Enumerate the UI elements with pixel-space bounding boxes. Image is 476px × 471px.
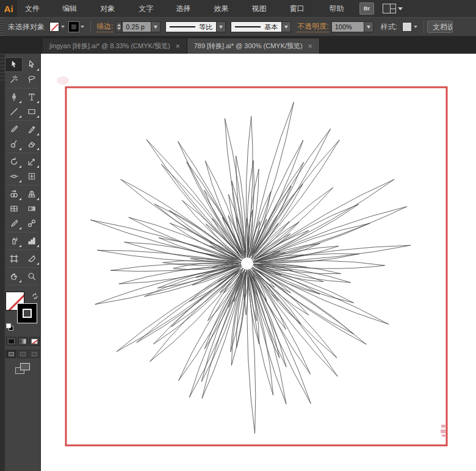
opacity-dropdown-button[interactable] [364,21,373,32]
paintbrush-tool[interactable] [5,122,23,137]
step-down-icon [117,27,121,30]
chevron-down-icon [81,26,84,28]
document-canvas[interactable] [41,54,476,471]
stroke-weight-input[interactable]: 0.25 p [122,21,151,32]
gradient-tool[interactable] [23,201,40,216]
blend-tool[interactable] [23,216,40,231]
workspace-layout-icon [383,4,396,13]
type-tool[interactable] [23,90,40,104]
color-button[interactable] [6,337,16,346]
workspace-switcher[interactable] [383,4,403,13]
rotate-tool[interactable] [5,154,23,169]
swap-fill-stroke-icon[interactable] [32,291,38,302]
line-segment-tool[interactable] [5,104,23,119]
draw-normal-button[interactable] [5,350,16,358]
width-profile-dropdown-button[interactable] [217,21,226,32]
menu-item-0[interactable]: 文件(F) [17,0,54,17]
tool-group-divider [7,285,38,286]
change-screen-mode-button[interactable] [15,363,30,374]
menu-item-1[interactable]: 编辑(E) [54,0,92,17]
draw-behind-button[interactable] [17,350,28,358]
none-button[interactable] [29,337,40,346]
stroke-swatch-hole [23,309,32,318]
symbol-sprayer-tool[interactable] [5,234,23,248]
eraser-tool[interactable] [23,137,40,151]
lasso-tool-icon [27,74,37,84]
width-tool[interactable] [5,169,23,184]
hand-tool-icon [9,271,19,281]
tools-panel [5,54,41,471]
color-swatch-icon [8,339,15,344]
document-setup-button[interactable]: 文档设置 [427,21,453,33]
free-transform-tool[interactable] [23,169,40,184]
stroke-panel-link[interactable]: 描边: [96,21,113,32]
line-segment-tool-icon [9,107,19,117]
rectangle-tool[interactable] [23,104,40,119]
bridge-button[interactable]: Br [359,2,374,15]
pencil-tool[interactable] [23,122,40,137]
tab-close-icon[interactable]: × [308,42,312,51]
stroke-weight-stepper[interactable] [115,21,122,32]
type-tool-icon [27,92,37,102]
width-profile-dropdown[interactable]: 等比 [165,21,217,32]
column-graph-tool[interactable] [23,234,40,248]
menu-item-3[interactable]: 文字(T) [131,0,168,17]
panel-dock-strip[interactable] [0,54,5,471]
blob-brush-tool-icon [9,139,19,149]
direct-selection-tool[interactable] [23,57,40,72]
default-fill-stroke-icon[interactable] [6,322,13,333]
draw-inside-icon [32,352,37,356]
menu-item-7[interactable]: 窗口(W) [282,0,322,17]
slice-tool-icon [27,254,37,264]
slice-tool[interactable] [23,251,40,266]
style-label: 样式: [381,22,397,32]
document-tab-1[interactable]: 789 [转换].ai* @ 300% (CMYK/预览)× [187,38,320,54]
rotate-tool-icon [9,157,19,167]
eyedropper-tool-icon [9,218,19,228]
blob-brush-tool[interactable] [5,137,23,151]
gradient-button[interactable] [18,337,28,346]
brush-definition-value: 基本 [264,23,278,32]
uniform-profile-icon [170,26,195,27]
brush-definition-dropdown[interactable]: 基本 [231,21,282,32]
selection-tool[interactable] [5,57,23,72]
none-swatch-icon [31,339,38,344]
scale-tool[interactable] [23,154,40,169]
brush-definition-dropdown-button[interactable] [282,21,291,32]
mesh-tool[interactable] [5,201,23,216]
hand-tool[interactable] [5,269,23,284]
menu-item-8[interactable]: 帮助(H) [322,0,359,17]
divider [424,20,424,34]
stroke-color-control[interactable] [69,22,86,32]
opacity-panel-link[interactable]: 不透明度: [297,21,328,32]
eyedropper-tool[interactable] [5,216,23,231]
style-dropdown[interactable] [402,22,419,32]
draw-inside-button[interactable] [29,350,40,358]
pencil-tool-icon [27,124,37,134]
menu-item-5[interactable]: 效果(C) [206,0,243,17]
draw-normal-icon [9,352,14,356]
shape-builder-tool[interactable] [5,187,23,201]
perspective-grid-tool-icon [27,189,37,199]
fill-color-control[interactable] [49,22,67,32]
menu-item-2[interactable]: 对象(O) [92,0,131,17]
perspective-grid-tool[interactable] [23,187,40,201]
symbol-sprayer-tool-icon [9,236,19,246]
scale-tool-icon [27,157,37,167]
artboard-tool[interactable] [5,251,23,266]
zoom-tool-icon [27,271,37,281]
stroke-weight-dropdown-button[interactable] [151,21,160,32]
document-tab-0[interactable]: jingyan [转换].ai* @ 8.33% (CMYK/预览)× [43,38,187,54]
tab-close-icon[interactable]: × [176,42,180,51]
stroke-swatch-black[interactable] [17,303,37,323]
magic-wand-tool[interactable] [5,72,23,87]
opacity-input[interactable]: 100% [331,21,364,32]
flower-artwork[interactable] [90,102,411,433]
pen-tool[interactable] [5,90,23,104]
lasso-tool[interactable] [23,72,40,87]
menu-item-6[interactable]: 视图(V) [244,0,282,17]
selection-status-label: 未选择对象 [8,22,45,32]
free-transform-tool-icon [27,171,37,181]
menu-item-4[interactable]: 选择(S) [168,0,206,17]
zoom-tool[interactable] [23,269,40,284]
